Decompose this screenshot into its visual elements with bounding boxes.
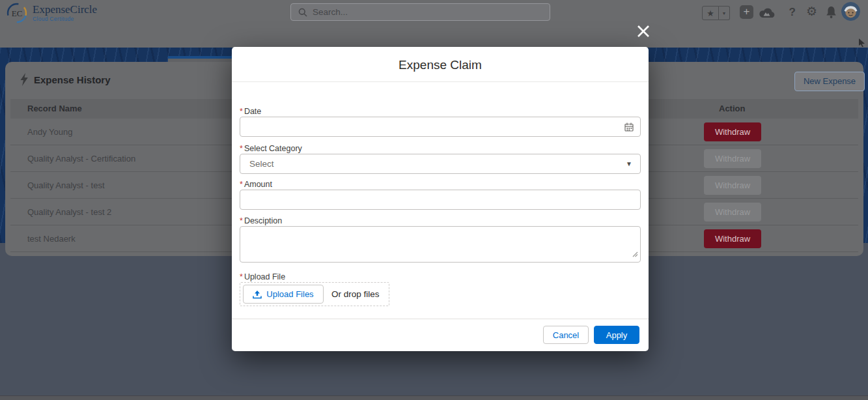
description-textarea[interactable] [240,226,641,263]
search-icon [298,8,307,17]
category-select[interactable]: Select ▼ [240,154,641,174]
date-label: *Date [240,107,261,116]
column-header-record-name: Record Name [27,104,82,113]
panel-title: Expense History [20,73,111,86]
notifications-bell-icon[interactable] [826,6,837,21]
bottom-scrollbar-strip[interactable] [0,395,868,400]
mouse-cursor [858,38,865,50]
file-drop-zone[interactable]: Upload Files Or drop files [240,282,389,306]
withdraw-button-disabled: Withdraw [704,176,761,195]
cancel-button[interactable]: Cancel [543,326,589,344]
resize-handle-icon[interactable] [632,248,638,260]
new-expense-button[interactable]: New Expense [794,72,865,91]
favorites-star-icon[interactable]: ★ [702,6,719,20]
required-marker: * [240,272,243,281]
apply-button[interactable]: Apply [594,326,639,344]
record-name-cell: Quality Analyst - test [27,180,105,190]
withdraw-button-disabled: Withdraw [704,149,761,168]
search-input[interactable] [313,7,534,17]
description-label: *Desciption [240,216,282,225]
favorites-control[interactable]: ★ ▼ [702,6,730,20]
description-field: *Desciption [240,214,641,226]
amount-field: *Amount [240,178,641,190]
record-name-cell: Quality Analyst - Certification [27,154,135,164]
app-nav-bar: Expenses Managem... Expense History Expe… [0,28,868,48]
global-search[interactable] [290,3,550,21]
quick-add-icon[interactable]: + [740,5,753,19]
record-name-cell: Andy Young [27,127,72,137]
category-label: *Select Category [240,144,302,153]
withdraw-button-disabled: Withdraw [704,203,761,221]
setup-gear-icon[interactable]: ⚙ [806,5,817,18]
upload-label: *Upload File [240,272,285,281]
upload-files-button[interactable]: Upload Files [243,285,324,304]
logo-subtitle: Cloud Certitude [33,16,97,22]
required-marker: * [240,107,243,116]
required-marker: * [240,144,243,153]
calendar-icon[interactable] [624,122,634,134]
trailhead-cloud-icon[interactable] [759,7,775,21]
expense-claim-modal: Expense Claim *Date [232,47,649,351]
required-marker: * [240,180,243,189]
withdraw-button[interactable]: Withdraw [704,229,761,248]
drop-files-text: Or drop files [331,289,380,299]
upload-field: *Upload File Upload Files Or drop files [240,270,641,282]
svg-text:EC: EC [12,8,23,18]
required-marker: * [240,216,243,225]
withdraw-button[interactable]: Withdraw [704,122,761,141]
logo-title: ExpenseCircle [33,4,97,16]
modal-footer: Cancel Apply [232,319,649,351]
upload-icon [253,290,262,299]
date-field: *Date [240,105,641,117]
amount-input[interactable] [240,190,641,210]
app-window: EC ExpenseCircle Cloud Certitude ★ ▼ + [0,0,868,400]
lightning-bolt-icon [20,73,29,86]
category-field: *Select Category Select ▼ [240,142,641,154]
chevron-down-icon: ▼ [626,160,632,167]
favorites-caret-icon[interactable]: ▼ [719,6,730,20]
panel-title-text: Expense History [34,74,111,85]
record-name-cell: test Nedaerk [27,234,76,244]
modal-close-icon[interactable] [637,25,650,38]
modal-title: Expense Claim [232,47,649,82]
help-icon[interactable]: ? [789,6,796,19]
category-select-value: Select [249,159,274,169]
global-header: EC ExpenseCircle Cloud Certitude ★ ▼ + [0,0,868,28]
date-input[interactable] [240,117,641,137]
column-header-action: Action [719,104,745,113]
app-logo: EC ExpenseCircle Cloud Certitude [5,1,97,25]
amount-label: *Amount [240,180,272,189]
logo-emblem: EC [5,1,29,25]
record-name-cell: Quality Analyst - test 2 [27,207,111,217]
user-avatar[interactable] [841,2,860,21]
